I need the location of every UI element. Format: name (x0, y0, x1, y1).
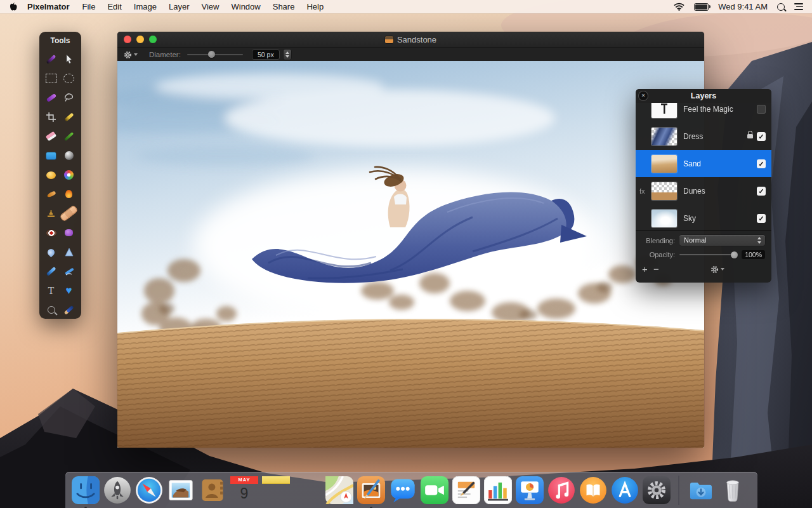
tool-lasso[interactable] (60, 88, 78, 107)
palette-close-icon[interactable]: ✕ (639, 91, 648, 100)
diameter-slider-thumb[interactable] (208, 51, 215, 58)
wifi-icon[interactable] (674, 3, 684, 11)
menu-image[interactable]: Image (134, 2, 157, 11)
layers-controls: Blending: Normal Opacity: 100% + − (636, 230, 771, 283)
dock-icon-mail[interactable] (167, 476, 195, 504)
dock-icon-messages[interactable] (389, 476, 417, 504)
diameter-value[interactable]: 50 px (252, 50, 280, 60)
tool-sponge[interactable] (60, 224, 78, 243)
dock-icon-pages[interactable] (452, 476, 480, 504)
dock-icon-launchpad[interactable] (103, 476, 131, 504)
layer-visibility-checkbox[interactable] (757, 214, 766, 223)
tool-rectangle-shape[interactable] (43, 146, 60, 165)
dock-icon-pixelmator[interactable] (357, 476, 385, 504)
menu-window[interactable]: Window (231, 2, 260, 11)
opacity-slider[interactable] (679, 254, 737, 255)
tool-red-eye[interactable] (43, 224, 60, 243)
tool-blur-drop[interactable] (43, 243, 60, 262)
tool-zoom[interactable] (43, 300, 60, 319)
opacity-value[interactable]: 100% (742, 250, 765, 259)
pixelmator-icon (357, 476, 385, 504)
menu-app-name[interactable]: Pixelmator (27, 2, 69, 11)
tool-options-gear[interactable] (124, 51, 138, 59)
facetime-icon (421, 476, 449, 504)
tool-move[interactable] (60, 50, 78, 69)
layer-row-dress[interactable]: Dress (636, 123, 771, 150)
tool-shapes[interactable]: ♥ (60, 281, 78, 300)
dock-icon-itunes[interactable] (547, 476, 575, 504)
layer-row-sand[interactable]: Sand (636, 150, 771, 177)
menu-view[interactable]: View (202, 2, 219, 11)
tool-color-swirl[interactable] (60, 165, 78, 184)
tool-smudge[interactable] (43, 185, 60, 204)
tool-vector-pen[interactable] (60, 262, 78, 281)
close-button[interactable] (124, 36, 131, 43)
dock-icon-finder[interactable] (72, 476, 100, 504)
dock-icon-contacts[interactable] (199, 476, 226, 504)
blending-select[interactable]: Normal (679, 235, 765, 246)
layer-visibility-checkbox[interactable] (757, 132, 766, 141)
spotlight-icon[interactable] (777, 3, 785, 11)
menu-layer[interactable]: Layer (169, 2, 190, 11)
battery-icon[interactable] (694, 3, 709, 11)
dock-icon-safari[interactable] (135, 476, 163, 504)
dock-icon-downloads[interactable] (687, 476, 715, 504)
layer-visibility-checkbox[interactable] (757, 105, 766, 114)
layer-thumbnail (652, 155, 677, 173)
tool-clone-stamp[interactable] (43, 204, 60, 223)
tools-title: Tools (39, 32, 81, 48)
layer-visibility-checkbox[interactable] (757, 159, 766, 168)
opacity-slider-thumb[interactable] (731, 251, 738, 258)
diameter-stepper[interactable] (284, 50, 291, 60)
dock-icon-keynote[interactable] (516, 476, 544, 504)
tool-burn[interactable] (60, 185, 78, 204)
zoom-button[interactable] (149, 36, 157, 43)
apple-menu[interactable] (9, 2, 17, 11)
tool-eyedropper[interactable] (60, 300, 78, 319)
layer-row-dunes[interactable]: fx Dunes (636, 177, 771, 204)
tool-sharpen[interactable] (60, 243, 78, 262)
layer-visibility-checkbox[interactable] (757, 187, 766, 196)
crop-icon (46, 112, 56, 122)
dock-icon-notes[interactable] (262, 476, 290, 504)
tool-paint-brush[interactable] (43, 50, 60, 69)
canvas[interactable] (117, 61, 704, 448)
minimize-button[interactable] (136, 36, 144, 43)
tool-crop[interactable] (43, 107, 60, 126)
layer-row-sky[interactable]: Sky (636, 204, 771, 230)
dock-icon-reminders[interactable] (294, 476, 322, 504)
pen-icon (64, 112, 74, 121)
diameter-slider[interactable] (187, 54, 243, 55)
menu-clock[interactable]: Wed 9:41 AM (718, 2, 768, 11)
tool-gradient[interactable] (60, 146, 78, 165)
menu-help[interactable]: Help (306, 2, 324, 11)
dock-icon-maps[interactable] (325, 476, 353, 504)
remove-layer-button[interactable]: − (653, 265, 665, 274)
menu-edit[interactable]: Edit (107, 2, 121, 11)
dock-icon-facetime[interactable] (421, 476, 449, 504)
layer-settings-gear[interactable] (710, 265, 724, 274)
tool-eraser[interactable] (43, 127, 60, 146)
tool-rectangular-marquee[interactable] (43, 69, 60, 88)
dock-icon-system-preferences[interactable] (643, 476, 671, 504)
tool-quick-select[interactable] (43, 88, 60, 107)
window-titlebar[interactable]: Sandstone (117, 32, 704, 47)
dock-icon-app-store[interactable] (611, 476, 639, 504)
menu-file[interactable]: File (82, 2, 95, 11)
tool-elliptical-marquee[interactable] (60, 69, 78, 88)
dock-icon-calendar[interactable]: MAY 9 (230, 476, 258, 504)
notification-center-icon[interactable] (794, 3, 803, 10)
tool-type[interactable]: T (43, 281, 60, 300)
tool-pencil[interactable] (60, 127, 78, 146)
menu-share[interactable]: Share (273, 2, 295, 11)
dock-icon-ibooks[interactable] (579, 476, 607, 504)
dock-icon-numbers[interactable] (484, 476, 512, 504)
tool-draw-pen[interactable] (43, 262, 60, 281)
launchpad-icon (103, 476, 131, 504)
tool-pen[interactable] (60, 107, 78, 126)
tool-healing-bandaid[interactable] (60, 204, 78, 223)
layer-row-feel-the-magic[interactable]: Feel the Magic (636, 103, 771, 123)
dock-icon-trash[interactable] (719, 476, 747, 504)
tool-ellipse-shape[interactable] (43, 165, 60, 184)
add-layer-button[interactable]: + (642, 265, 653, 274)
